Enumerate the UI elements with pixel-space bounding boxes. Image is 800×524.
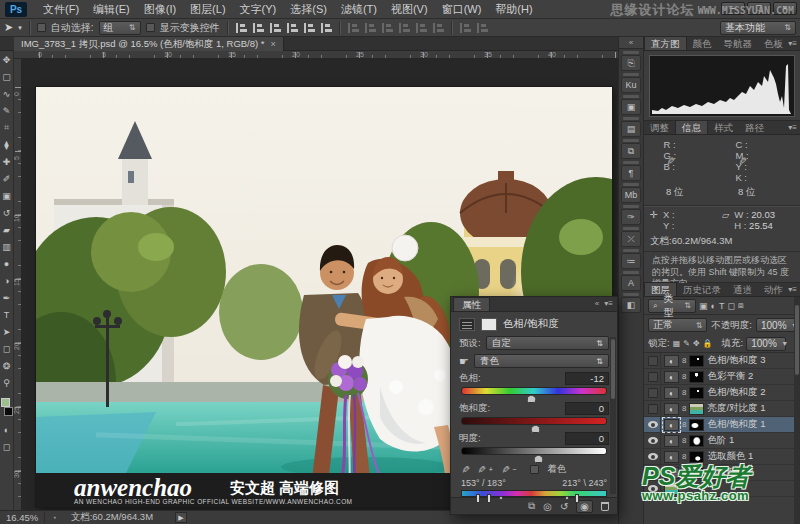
- properties-scrollbar[interactable]: [610, 337, 616, 494]
- opacity-dropdown[interactable]: 100%▾: [756, 318, 796, 332]
- history-brush-tool[interactable]: ↺: [0, 204, 14, 221]
- layer-row-pixel-layer[interactable]: [644, 481, 800, 497]
- show-transform-checkbox[interactable]: [146, 23, 155, 32]
- hue-value-field[interactable]: -12: [565, 372, 609, 385]
- menu-view[interactable]: 视图(V): [384, 0, 435, 19]
- quick-select-tool[interactable]: ✎: [0, 102, 14, 119]
- range-handle[interactable]: [476, 494, 480, 503]
- close-button[interactable]: ×: [773, 2, 797, 15]
- adjustment-icon[interactable]: ◐: [664, 355, 679, 367]
- dodge-tool[interactable]: ◑: [0, 272, 14, 289]
- eyedropper-tool[interactable]: ⧫: [0, 136, 14, 153]
- mask-badge-icon[interactable]: [481, 318, 497, 331]
- adjustment-icon[interactable]: ◐: [664, 435, 679, 447]
- menu-type[interactable]: 文字(Y): [233, 0, 284, 19]
- layer-mask-thumbnail[interactable]: [689, 451, 704, 463]
- path-select-tool[interactable]: ➤: [0, 323, 14, 340]
- lightness-value-field[interactable]: 0: [565, 432, 609, 445]
- filter-type-icon[interactable]: T: [719, 301, 725, 311]
- lock-transparency-icon[interactable]: ▦: [673, 339, 681, 348]
- visibility-eye-icon[interactable]: [648, 485, 658, 492]
- maximize-button[interactable]: □: [747, 2, 771, 15]
- subtract-sample-eyedropper-icon[interactable]: ✎: [500, 465, 511, 473]
- preset-dropdown[interactable]: 自定⇅: [486, 336, 609, 350]
- layer-mask-thumbnail[interactable]: [689, 403, 704, 415]
- move-tool-icon[interactable]: ➤: [4, 21, 13, 34]
- channel-dropdown[interactable]: 青色⇅: [474, 354, 609, 368]
- adjustment-icon[interactable]: ◐: [664, 467, 679, 479]
- foreground-color-swatch[interactable]: [1, 398, 10, 407]
- panel-menu-icon[interactable]: ▾≡: [788, 123, 797, 132]
- lock-all-icon[interactable]: 🔒: [703, 339, 713, 348]
- filter-adjustment-icon[interactable]: ◐: [711, 301, 716, 311]
- clone-stamp-tool[interactable]: ▣: [0, 187, 14, 204]
- dock-styles[interactable]: ≔: [620, 249, 642, 269]
- layer-mask-thumbnail[interactable]: [689, 467, 704, 479]
- tab-info[interactable]: 信息: [675, 120, 708, 134]
- lock-pixels-icon[interactable]: ✎: [683, 339, 690, 348]
- hue-slider[interactable]: [461, 387, 607, 395]
- dock-notes[interactable]: ▤: [620, 117, 642, 137]
- menu-window[interactable]: 窗口(W): [435, 0, 489, 19]
- layer-row-selective-color-1[interactable]: ◐ 8 选取颜色 1: [644, 449, 800, 465]
- adjustment-icon[interactable]: ◐: [664, 403, 679, 415]
- layer-mask-thumbnail[interactable]: [689, 419, 704, 431]
- clip-to-layer-icon[interactable]: ⧉: [528, 500, 535, 512]
- auto-select-dropdown[interactable]: 组 ⇅: [99, 21, 141, 35]
- tab-properties[interactable]: 属性: [453, 297, 490, 311]
- type-tool[interactable]: T: [0, 306, 14, 323]
- delete-adjustment-icon[interactable]: [601, 502, 609, 511]
- properties-title-bar[interactable]: 属性 « ▾≡: [451, 297, 617, 312]
- saturation-slider[interactable]: [461, 417, 607, 425]
- healing-brush-tool[interactable]: ✚: [0, 153, 14, 170]
- shape-tool[interactable]: ◻: [0, 340, 14, 357]
- tab-navigator[interactable]: 导航器: [718, 37, 759, 50]
- align-left-edges-icon[interactable]: [235, 23, 247, 33]
- filter-pixel-icon[interactable]: ▣: [699, 301, 708, 311]
- status-menu-arrow[interactable]: ▶: [175, 512, 187, 523]
- visibility-toggle-off[interactable]: [648, 372, 658, 382]
- filter-smart-icon[interactable]: ⧈: [738, 300, 744, 311]
- adjustment-icon[interactable]: ◐: [664, 451, 679, 463]
- marquee-tool[interactable]: ▢: [0, 68, 14, 85]
- visibility-toggle-off[interactable]: [648, 388, 658, 398]
- tab-channels[interactable]: 通道: [727, 283, 758, 296]
- dock-navigator[interactable]: ▣: [620, 95, 642, 115]
- dock-tool-presets[interactable]: ⤫: [620, 227, 642, 247]
- blend-mode-dropdown[interactable]: 正常⇅: [648, 318, 707, 332]
- auto-select-checkbox[interactable]: [37, 23, 46, 32]
- tab-histogram[interactable]: 直方图: [644, 36, 687, 50]
- layer-mask-thumbnail[interactable]: [689, 387, 704, 399]
- align-middle-icon[interactable]: [303, 23, 315, 33]
- zoom-tool[interactable]: ⚲: [0, 374, 14, 391]
- lock-position-icon[interactable]: ✥: [693, 339, 700, 348]
- layer-mask-thumbnail[interactable]: [689, 355, 704, 367]
- lightness-slider[interactable]: [461, 447, 607, 455]
- dock-character[interactable]: A: [620, 271, 642, 291]
- vertical-ruler[interactable]: 05 1015 2025 30: [14, 59, 22, 510]
- visibility-eye-icon[interactable]: [648, 469, 658, 476]
- menu-help[interactable]: 帮助(H): [488, 0, 539, 19]
- layer-thumbnail[interactable]: [664, 483, 679, 495]
- visibility-eye-icon[interactable]: [648, 437, 658, 444]
- crop-tool[interactable]: ⌗: [0, 119, 14, 136]
- dock-clone-source[interactable]: ⎘: [620, 51, 642, 71]
- background-color-swatch[interactable]: [4, 407, 13, 416]
- filter-type-dropdown[interactable]: ⌕ 类型 ⇅: [648, 299, 696, 313]
- tab-close-icon[interactable]: ×: [271, 39, 276, 49]
- quick-mask-button[interactable]: ◐: [0, 421, 14, 438]
- menu-select[interactable]: 选择(S): [283, 0, 334, 19]
- sample-eyedropper-icon[interactable]: ✎: [460, 465, 471, 473]
- hand-tool[interactable]: ❂: [0, 357, 14, 374]
- layer-row-selective-color-2[interactable]: ◐ 8 选取颜色 2: [644, 465, 800, 481]
- visibility-eye-icon[interactable]: [648, 453, 658, 460]
- targeted-adjust-icon[interactable]: ☛: [459, 355, 469, 368]
- align-top-edges-icon[interactable]: [286, 23, 298, 33]
- tab-styles[interactable]: 样式: [708, 121, 739, 134]
- visibility-toggle-off[interactable]: [648, 356, 658, 366]
- adjustment-icon[interactable]: ◐: [664, 419, 679, 431]
- collapse-dock-icon[interactable]: «: [619, 37, 643, 49]
- filter-shape-icon[interactable]: ◻: [727, 301, 734, 311]
- fill-dropdown[interactable]: 100%▾: [746, 337, 786, 351]
- range-handle[interactable]: [487, 494, 491, 503]
